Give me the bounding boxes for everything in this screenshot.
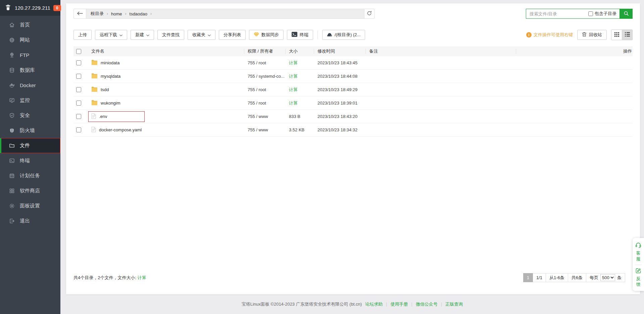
- sidebar-item-settings[interactable]: 面板设置: [0, 198, 60, 213]
- sidebar-item-security[interactable]: 安全: [0, 108, 60, 123]
- row-checkbox[interactable]: [76, 101, 81, 106]
- favorites-button[interactable]: 收藏夹: [188, 30, 215, 40]
- search-button[interactable]: [620, 9, 633, 19]
- customer-service-button[interactable]: 客服: [635, 242, 641, 262]
- sidebar-item-ftp[interactable]: FTP: [0, 48, 60, 63]
- sidebar-item-cron[interactable]: 计划任务: [0, 168, 60, 183]
- grid-view-button[interactable]: [611, 30, 622, 40]
- column-header-note[interactable]: 备注: [365, 49, 516, 54]
- file-table: 文件名 权限 / 所有者 大小 修改时间 备注 操作 miniodata755 …: [73, 46, 633, 137]
- list-view-icon: [625, 32, 630, 38]
- sidebar-item-home[interactable]: 首页: [0, 17, 60, 33]
- file-name[interactable]: docker-compose.yaml: [99, 127, 142, 132]
- column-header-mtime[interactable]: 修改时间: [314, 49, 365, 54]
- file-name[interactable]: mysqldata: [101, 74, 120, 79]
- sidebar-item-files[interactable]: 文件: [0, 138, 60, 153]
- compute-size-link[interactable]: 计算: [138, 275, 146, 280]
- compute-size-link[interactable]: 计算: [289, 101, 298, 106]
- column-header-perm[interactable]: 权限 / 所有者: [244, 49, 285, 54]
- table-row[interactable]: wukongim755 / root计算2023/10/23 18:39:01: [73, 97, 633, 110]
- table-row[interactable]: mysqldata755 / systemd-co...计算2023/10/23…: [73, 70, 633, 83]
- data-sync-button[interactable]: 数据同步: [249, 30, 284, 40]
- include-subdir-option[interactable]: 包含子目录: [588, 11, 620, 17]
- column-header-action: 操作: [516, 49, 633, 54]
- page-footer: 宝塔Linux面板 ©2014-2023 广东堡塔安全技术有限公司 (bt.cn…: [60, 294, 644, 314]
- new-button[interactable]: 新建: [131, 30, 154, 40]
- column-header-name[interactable]: 文件名: [91, 48, 244, 54]
- folder-file-icon: [91, 86, 98, 93]
- list-view-button[interactable]: [622, 30, 632, 40]
- include-subdir-label: 包含子目录: [595, 11, 616, 17]
- table-row[interactable]: .env755 / www833 B2023/10/23 18:43:20: [73, 110, 633, 123]
- table-header: 文件名 权限 / 所有者 大小 修改时间 备注 操作: [73, 46, 633, 56]
- file-name[interactable]: wukongim: [101, 101, 120, 106]
- footer-link[interactable]: 微信公众号: [416, 301, 438, 307]
- sidebar-item-appstore[interactable]: 软件商店: [0, 183, 60, 198]
- folder-icon: [9, 143, 15, 148]
- sidebar-item-label: 退出: [20, 218, 30, 224]
- sidebar-item-logout[interactable]: 退出: [0, 213, 60, 229]
- sidebar-item-site[interactable]: 网站: [0, 33, 60, 48]
- terminal-button[interactable]: 终端: [287, 30, 313, 40]
- files-summary: 共4个目录，2个文件，文件大小: 计算: [73, 275, 146, 281]
- compute-size-link[interactable]: 计算: [289, 74, 298, 79]
- footer-link[interactable]: 使用手册: [391, 301, 408, 307]
- file-name[interactable]: .env: [99, 114, 107, 119]
- select-all-checkbox[interactable]: [76, 49, 81, 54]
- compute-size-link[interactable]: 计算: [289, 60, 298, 65]
- feedback-edit-icon: [636, 268, 641, 274]
- refresh-button[interactable]: [364, 9, 374, 18]
- table-row[interactable]: tsdd755 / root计算2023/10/23 18:49:29: [73, 83, 633, 97]
- column-header-size[interactable]: 大小: [285, 49, 314, 54]
- back-button[interactable]: [74, 9, 86, 18]
- feedback-button[interactable]: 反馈: [636, 268, 641, 287]
- sidebar-item-firewall[interactable]: 防火墙: [0, 123, 60, 138]
- compute-size-link[interactable]: 计算: [289, 87, 298, 92]
- file-name[interactable]: miniodata: [101, 60, 119, 65]
- server-ip[interactable]: 120.27.229.211: [15, 5, 50, 11]
- breadcrumb-item[interactable]: tsdaodao: [130, 11, 148, 16]
- footer-link[interactable]: 正版查询: [445, 301, 463, 307]
- row-checkbox[interactable]: [76, 127, 81, 132]
- sidebar-item-docker[interactable]: Docker: [0, 78, 60, 93]
- footer-links: 论坛求助|使用手册|微信公众号|正版查询: [365, 301, 463, 307]
- breadcrumb-item[interactable]: 根目录: [91, 11, 104, 17]
- file-permission: 755 / root: [244, 87, 285, 92]
- upload-button[interactable]: 上传: [73, 30, 92, 40]
- search-input[interactable]: [526, 11, 588, 16]
- button-label: /(根目录) (2...: [335, 32, 360, 38]
- footer-link[interactable]: 论坛求助: [365, 301, 383, 307]
- sidebar-item-database[interactable]: 数据库: [0, 63, 60, 78]
- per-page-unit: 条: [617, 275, 622, 281]
- terminal-dark-icon: [292, 32, 297, 38]
- include-subdir-checkbox[interactable]: [588, 11, 593, 16]
- page-number-current[interactable]: 1: [523, 273, 533, 282]
- recycle-bin-button[interactable]: 回收站: [577, 30, 607, 40]
- file-search-button[interactable]: 文件查找: [157, 30, 184, 40]
- table-row[interactable]: miniodata755 / root计算2023/10/23 18:43:45: [73, 56, 633, 70]
- table-row[interactable]: docker-compose.yaml755 / www3.52 KB2023/…: [73, 123, 633, 137]
- main-area: 根目录›home›tsdaodao› 包含子目录: [60, 0, 644, 314]
- message-count-badge[interactable]: 0: [53, 5, 61, 11]
- breadcrumb-item[interactable]: home: [111, 11, 122, 16]
- back-arrow-icon: [77, 11, 83, 16]
- sidebar-item-monitor[interactable]: 监控: [0, 93, 60, 108]
- row-checkbox[interactable]: [76, 60, 81, 65]
- toolbar-divider: [317, 30, 318, 39]
- row-checkbox[interactable]: [76, 74, 81, 79]
- row-checkbox[interactable]: [76, 114, 81, 119]
- sidebar-item-terminal[interactable]: 终端: [0, 153, 60, 168]
- row-checkbox[interactable]: [76, 87, 81, 92]
- share-list-button[interactable]: 分享列表: [219, 30, 246, 40]
- per-page-select[interactable]: 500: [600, 274, 615, 281]
- file-name[interactable]: tsdd: [101, 87, 109, 92]
- sidebar-item-label: 监控: [20, 97, 30, 104]
- shield-check-icon: [9, 113, 15, 118]
- info-icon: i: [526, 32, 532, 38]
- caret-down-icon: [119, 33, 122, 38]
- remote-download-button[interactable]: 远程下载: [95, 30, 127, 40]
- footer-link-separator: |: [411, 302, 412, 307]
- file-mtime: 2023/10/23 18:34:32: [314, 127, 365, 132]
- root-disk-button[interactable]: /(根目录) (2...: [322, 30, 365, 40]
- sidebar-item-label: 文件: [20, 142, 30, 149]
